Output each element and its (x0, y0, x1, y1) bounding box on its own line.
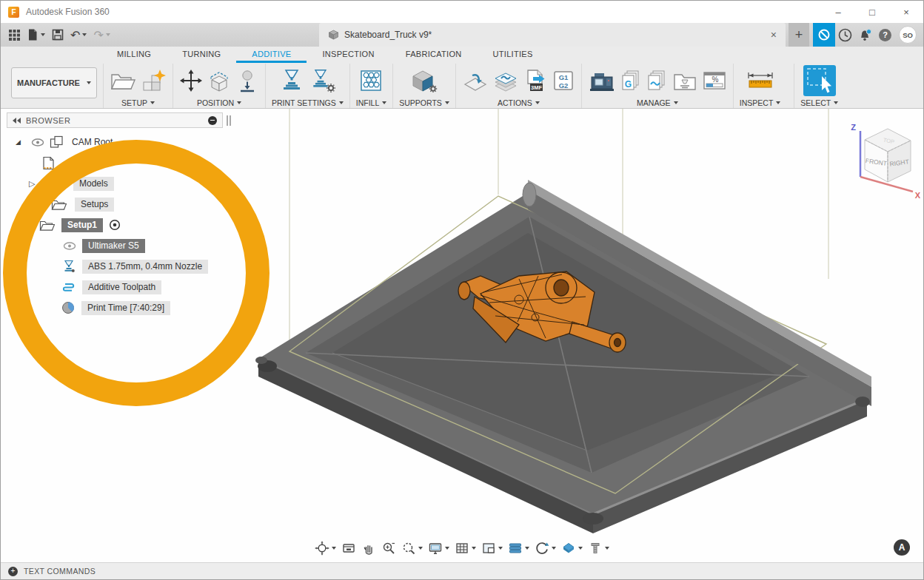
print-settings-button[interactable] (278, 68, 305, 93)
print-settings-group-label[interactable]: PRINT SETTINGS (272, 98, 344, 107)
arrange-button[interactable] (207, 69, 232, 92)
viewports-button[interactable] (479, 539, 505, 557)
look-at-button[interactable] (339, 539, 358, 557)
browser-item-label[interactable]: Models (73, 177, 114, 191)
manage-print-settings-button[interactable] (309, 68, 337, 93)
machine-library-button[interactable] (588, 69, 616, 92)
browser-row-print-setting[interactable]: ABS 1.75mm, 0.4mm Nozzle (7, 258, 230, 274)
panel-drag-handle[interactable] (227, 115, 231, 126)
undo-button[interactable]: ↶ (68, 25, 89, 44)
pan-button[interactable] (359, 539, 378, 557)
build-plate[interactable] (255, 180, 871, 533)
select-group-label[interactable]: SELECT (800, 98, 838, 107)
browser-item-label[interactable]: Setups (75, 198, 114, 212)
zoom-button[interactable] (379, 539, 398, 557)
browser-row-setup1[interactable]: ◢ Setup1 (7, 217, 230, 233)
minus-icon[interactable] (208, 116, 217, 125)
text-commands-icon[interactable]: + (8, 567, 18, 576)
new-setup-button[interactable] (140, 69, 167, 92)
infill-group-label[interactable]: INFILL (356, 98, 387, 107)
simulate-button[interactable] (462, 69, 489, 92)
app-grid-button[interactable] (6, 25, 22, 44)
place-on-platform-button[interactable] (235, 69, 259, 93)
select-button[interactable] (802, 64, 837, 98)
save-button[interactable] (50, 25, 66, 44)
post-library-button[interactable]: G (620, 68, 642, 93)
tab-inspection[interactable]: INSPECTION (307, 47, 389, 63)
browser-row-models[interactable]: ▷ Models (7, 175, 230, 192)
zoom-window-button[interactable] (399, 539, 425, 557)
active-setup-target-icon[interactable] (109, 219, 121, 231)
visual-style-button[interactable] (559, 539, 585, 557)
browser-row-toolpath[interactable]: Additive Toolpath (7, 279, 230, 295)
close-button[interactable]: × (889, 1, 923, 23)
generate-toolpath-button[interactable] (492, 69, 519, 92)
browser-item-label[interactable]: CAM Root (72, 137, 113, 147)
steps-button[interactable] (506, 539, 532, 557)
position-group-label[interactable]: POSITION (197, 98, 241, 107)
document-tab[interactable]: Skateboard_Truck v9* × (319, 23, 786, 47)
job-status-button[interactable] (835, 23, 855, 47)
view-cube[interactable]: Z X FRONT RIGHT TOP (851, 123, 920, 200)
browser-item-label[interactable]: Ultimaker S5 (82, 239, 145, 253)
viewport[interactable]: Z X FRONT RIGHT TOP BROWSER (1, 109, 923, 562)
browser-row-cam-root[interactable]: ◢ CAM Root (7, 134, 230, 150)
tab-turning[interactable]: TURNING (167, 47, 236, 63)
post-process-button[interactable]: G1G2 (552, 68, 575, 93)
account-avatar[interactable]: SO (899, 26, 917, 44)
chevron-down-icon (472, 547, 476, 550)
tab-additive[interactable]: ADDITIVE (236, 47, 307, 63)
collapse-panel-icon[interactable] (13, 118, 21, 124)
expander-icon[interactable]: ▷ (29, 180, 38, 188)
measure-button[interactable] (746, 70, 774, 91)
turntable-button[interactable] (532, 539, 558, 557)
file-menu-button[interactable] (24, 25, 47, 44)
tab-fabrication[interactable]: FABRICATION (390, 47, 478, 63)
statistics-button[interactable]: % (702, 70, 727, 92)
supports-group-label[interactable]: SUPPORTS (399, 98, 449, 107)
orbit-button[interactable] (312, 539, 338, 557)
browser-row-setups[interactable]: Setups (7, 196, 230, 212)
browser-row-machine[interactable]: Ultimaker S5 (7, 237, 230, 254)
tab-utilities[interactable]: UTILITIES (478, 47, 549, 63)
expander-icon[interactable]: ◢ (16, 139, 24, 146)
print-jobs-button[interactable] (672, 69, 698, 92)
setup-group-label[interactable]: SETUP (121, 98, 155, 107)
actions-group-label[interactable]: ACTIONS (498, 98, 540, 107)
document-cube-icon (328, 30, 339, 40)
browser-item-label[interactable]: ABS 1.75mm, 0.4mm Nozzle (82, 260, 208, 274)
move-button[interactable] (179, 69, 203, 92)
maximize-button[interactable]: □ (855, 1, 889, 23)
browser-item-label[interactable]: Setup1 (61, 218, 103, 232)
tab-milling[interactable]: MILLING (101, 47, 167, 63)
export-3mf-button[interactable]: 3MF (523, 68, 548, 93)
grid-button[interactable] (452, 539, 478, 557)
close-tab-icon[interactable]: × (771, 29, 777, 41)
inspect-group-label[interactable]: INSPECT (740, 98, 781, 107)
browser-row-print-time[interactable]: Print Time [7:40:29] (7, 300, 230, 316)
workspace-selector[interactable]: MANUFACTURE (11, 67, 97, 98)
browser-row-named-views[interactable] (7, 155, 230, 171)
expander-icon[interactable]: ◢ (26, 222, 35, 229)
browser-item-label[interactable]: Additive Toolpath (82, 280, 161, 294)
extensions-button[interactable] (813, 23, 835, 47)
manage-group-label[interactable]: MANAGE (637, 98, 678, 107)
help-button[interactable]: ? (875, 23, 895, 47)
new-tab-button[interactable]: + (789, 23, 809, 47)
title-bar: F Autodesk Fusion 360 – □ × (1, 1, 923, 23)
text-commands-label[interactable]: TEXT COMMANDS (24, 567, 96, 576)
notifications-button[interactable] (855, 23, 875, 47)
supports-button[interactable] (410, 68, 438, 93)
setup-folder-button[interactable] (110, 69, 136, 92)
browser-header[interactable]: BROWSER (7, 112, 223, 128)
print-settings-library-button[interactable] (646, 68, 668, 93)
visibility-eye-icon[interactable] (31, 138, 44, 146)
display-settings-button[interactable] (426, 539, 452, 557)
visibility-eye-icon[interactable] (63, 242, 76, 250)
browser-item-label[interactable]: Print Time [7:40:29] (81, 301, 170, 315)
infill-button[interactable] (358, 68, 384, 93)
toolpath-filter-button[interactable] (586, 539, 612, 557)
redo-button[interactable]: ↷ (91, 25, 112, 44)
assistant-badge[interactable]: A (894, 539, 910, 556)
minimize-button[interactable]: – (821, 1, 855, 23)
